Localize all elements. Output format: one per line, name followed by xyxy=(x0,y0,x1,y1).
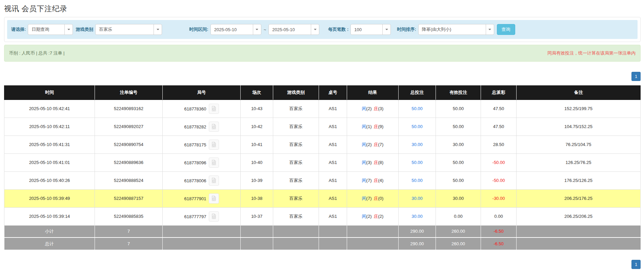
round-number-cell: 618778175 xyxy=(163,136,241,153)
remark-cell: 126.25/76.25 xyxy=(517,153,641,171)
game-type-cell: 百家乐 xyxy=(273,207,319,225)
payout-cell: 0.00 xyxy=(481,207,517,225)
pagination-top: 1 xyxy=(4,72,641,81)
video-replay-button[interactable] xyxy=(209,211,219,222)
grandtotal-row: 总计 7 290.00 260.00 -6.50 xyxy=(4,237,641,250)
player-points: (7) xyxy=(366,196,372,201)
page-size-select[interactable]: 100 xyxy=(350,24,391,35)
column-header: 结果 xyxy=(347,85,399,100)
time-cell: 2025-05-10 05:40:26 xyxy=(4,171,95,189)
table-row: 2025-05-10 05:42:41 522490893162 6187783… xyxy=(4,100,641,118)
player-label: 闲 xyxy=(362,160,366,165)
round-number: 618778096 xyxy=(184,160,206,165)
subtotal-label: 小计 xyxy=(4,225,95,237)
date-to-select[interactable]: 2025-05-10 xyxy=(268,24,319,35)
result-cell: 闲(7)庄(4) xyxy=(347,171,399,189)
banker-label: 庄 xyxy=(374,106,378,111)
video-file-icon xyxy=(211,106,217,111)
search-button[interactable]: 查询 xyxy=(497,24,515,35)
game-type-cell: 百家乐 xyxy=(273,171,319,189)
round-number-cell: 618778096 xyxy=(163,153,241,171)
total-bet-link[interactable]: 50.00 xyxy=(411,178,423,183)
grandtotal-valid-bet: 260.00 xyxy=(436,237,481,250)
page-size-value: 100 xyxy=(351,27,382,32)
empty-cell xyxy=(319,237,347,250)
page-title: 视讯 会员下注纪录 xyxy=(4,4,641,14)
query-mode-label: 请选择: xyxy=(11,26,26,33)
table-number-cell: AS1 xyxy=(319,136,347,153)
game-type-select[interactable]: 百家乐 xyxy=(95,24,162,35)
chevron-down-icon xyxy=(382,24,390,35)
page-button-1-top[interactable]: 1 xyxy=(631,72,641,81)
empty-cell xyxy=(273,237,319,250)
session-cell: 10-40 xyxy=(241,153,273,171)
total-bet-cell: 50.00 xyxy=(399,100,436,118)
table-number-cell: AS1 xyxy=(319,153,347,171)
bet-number-cell: 522490888524 xyxy=(95,171,163,189)
banker-points: (3) xyxy=(378,106,384,111)
video-replay-button[interactable] xyxy=(209,140,219,150)
player-points: (3) xyxy=(366,160,372,165)
sort-order-select[interactable]: 降幂(由大到小) xyxy=(418,24,494,35)
table-row: 2025-05-10 05:40:26 522490888524 6187780… xyxy=(4,171,641,189)
result-cell: 闲(2)庄(3) xyxy=(347,100,399,118)
total-bet-link[interactable]: 50.00 xyxy=(411,160,423,165)
date-from-select[interactable]: 2025-05-10 xyxy=(210,24,261,35)
round-number: 618778006 xyxy=(184,178,206,183)
total-bet-link[interactable]: 50.00 xyxy=(411,124,423,129)
total-bet-cell: 30.00 xyxy=(399,189,436,207)
time-cell: 2025-05-10 05:41:31 xyxy=(4,136,95,153)
empty-cell xyxy=(347,237,399,250)
column-header: 注单编号 xyxy=(95,85,163,100)
game-type-cell: 百家乐 xyxy=(273,153,319,171)
total-bet-link[interactable]: 30.00 xyxy=(411,142,423,147)
column-header: 场次 xyxy=(241,85,273,100)
remark-cell: 104.75/152.25 xyxy=(517,118,641,136)
same-round-note: 同局有效投注，统一计算在该局第一张注单内 xyxy=(547,50,636,56)
bets-table: 时间 注单编号 局号 场次 游戏类别 桌号 结果 总投注 有效投注 总派彩 备注… xyxy=(4,85,641,250)
video-file-icon xyxy=(211,124,217,129)
remark-cell: 206.25/176.25 xyxy=(517,189,641,207)
total-bet-link[interactable]: 30.00 xyxy=(411,196,423,201)
video-replay-button[interactable] xyxy=(209,175,219,186)
valid-bet-cell: 50.00 xyxy=(436,171,481,189)
total-bet-link[interactable]: 30.00 xyxy=(411,214,423,219)
round-number-cell: 618778282 xyxy=(163,118,241,136)
result-cell: 闲(3)庄(8) xyxy=(347,153,399,171)
bet-number-cell: 522490893162 xyxy=(95,100,163,118)
subtotal-valid-bet: 260.00 xyxy=(436,225,481,237)
valid-bet-cell: 0.00 xyxy=(436,207,481,225)
table-number-cell: AS1 xyxy=(319,171,347,189)
round-number-cell: 618778360 xyxy=(163,100,241,118)
table-number-cell: AS1 xyxy=(319,100,347,118)
video-replay-button[interactable] xyxy=(209,158,219,168)
player-label: 闲 xyxy=(362,124,366,129)
valid-bet-cell: 30.00 xyxy=(436,189,481,207)
payout-cell: 47.50 xyxy=(481,100,517,118)
player-points: (2) xyxy=(366,142,372,147)
banker-label: 庄 xyxy=(374,196,378,201)
total-bet-cell: 50.00 xyxy=(399,118,436,136)
empty-cell xyxy=(241,237,273,250)
empty-cell xyxy=(517,225,641,237)
column-header: 备注 xyxy=(517,85,641,100)
banker-label: 庄 xyxy=(374,160,378,165)
table-header-row: 时间 注单编号 局号 场次 游戏类别 桌号 结果 总投注 有效投注 总派彩 备注 xyxy=(4,85,641,100)
table-row: 2025-05-10 05:39:49 522490887157 6187779… xyxy=(4,189,641,207)
table-number-cell: AS1 xyxy=(319,118,347,136)
summary-body: 小计 7 290.00 260.00 -6.50 总计 7 2 xyxy=(4,225,641,250)
time-cell: 2025-05-10 05:42:11 xyxy=(4,118,95,136)
result-cell: 闲(7)庄(0) xyxy=(347,189,399,207)
video-replay-button[interactable] xyxy=(209,193,219,204)
banker-label: 庄 xyxy=(374,214,378,219)
page-button-1-bottom[interactable]: 1 xyxy=(631,260,641,269)
valid-bet-cell: 30.00 xyxy=(436,136,481,153)
total-bet-link[interactable]: 50.00 xyxy=(411,106,423,111)
video-replay-button[interactable] xyxy=(209,104,219,114)
player-points: (2) xyxy=(366,106,372,111)
query-mode-select[interactable]: 日期查询 xyxy=(28,24,73,35)
total-bet-cell: 50.00 xyxy=(399,153,436,171)
empty-cell xyxy=(517,237,641,250)
payout-cell: -50.00 xyxy=(481,153,517,171)
video-replay-button[interactable] xyxy=(209,122,219,132)
